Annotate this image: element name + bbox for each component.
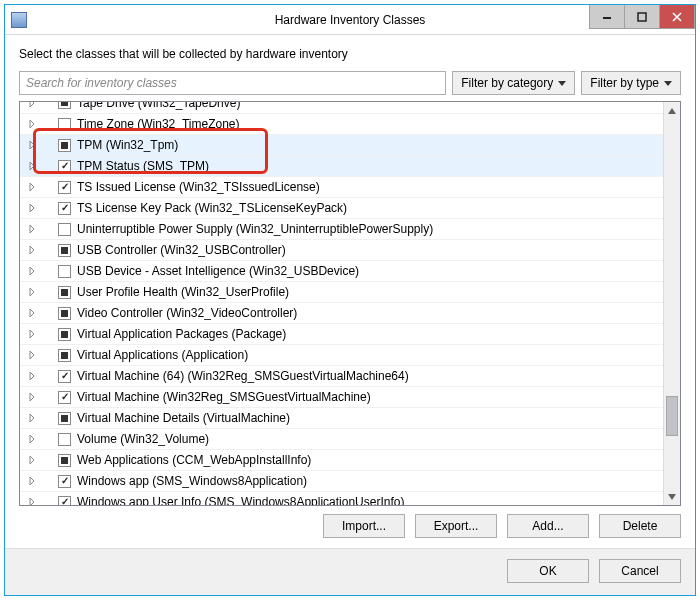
checkbox[interactable]	[58, 118, 71, 131]
tree-item-label: Windows app User Info (SMS_Windows8Appli…	[77, 495, 404, 505]
checkbox[interactable]	[58, 286, 71, 299]
import-button[interactable]: Import...	[323, 514, 405, 538]
tree-item[interactable]: Web Applications (CCM_WebAppInstallInfo)	[20, 449, 663, 470]
expand-icon[interactable]	[26, 433, 38, 445]
scroll-thumb[interactable]	[666, 396, 678, 436]
checkbox[interactable]	[58, 265, 71, 278]
checkbox[interactable]	[58, 139, 71, 152]
scroll-up-button[interactable]	[664, 102, 680, 119]
scroll-track[interactable]	[664, 119, 680, 488]
search-placeholder: Search for inventory classes	[26, 76, 177, 90]
maximize-button[interactable]	[624, 5, 660, 29]
expand-icon[interactable]	[26, 370, 38, 382]
expand-icon[interactable]	[26, 118, 38, 130]
tree-item-label: USB Device - Asset Intelligence (Win32_U…	[77, 264, 359, 278]
tree-item[interactable]: Virtual Machine Details (VirtualMachine)	[20, 407, 663, 428]
tree-item[interactable]: Virtual Applications (Application)	[20, 344, 663, 365]
checkbox[interactable]	[58, 454, 71, 467]
tree-item[interactable]: Virtual Application Packages (Package)	[20, 323, 663, 344]
tree-item[interactable]: User Profile Health (Win32_UserProfile)	[20, 281, 663, 302]
checkbox[interactable]	[58, 349, 71, 362]
svg-marker-14	[30, 309, 34, 317]
checkbox[interactable]	[58, 391, 71, 404]
titlebar[interactable]: Hardware Inventory Classes	[5, 5, 695, 35]
expand-icon[interactable]	[26, 307, 38, 319]
minimize-button[interactable]	[589, 5, 625, 29]
tree-list[interactable]: Tape Drive (Win32_TapeDrive)Time Zone (W…	[20, 102, 663, 505]
checkbox[interactable]	[58, 102, 71, 109]
tree-item[interactable]: TPM (Win32_Tpm)	[20, 134, 663, 155]
expand-icon[interactable]	[26, 391, 38, 403]
expand-icon[interactable]	[26, 139, 38, 151]
checkbox[interactable]	[58, 181, 71, 194]
svg-marker-11	[30, 246, 34, 254]
svg-marker-19	[30, 414, 34, 422]
expand-icon[interactable]	[26, 349, 38, 361]
checkbox[interactable]	[58, 307, 71, 320]
tree-item-label: TPM Status (SMS_TPM)	[77, 159, 209, 173]
checkbox[interactable]	[58, 223, 71, 236]
expand-icon[interactable]	[26, 265, 38, 277]
checkbox[interactable]	[58, 412, 71, 425]
expand-icon[interactable]	[26, 223, 38, 235]
svg-marker-12	[30, 267, 34, 275]
filter-category-button[interactable]: Filter by category	[452, 71, 575, 95]
checkbox[interactable]	[58, 244, 71, 257]
close-button[interactable]	[659, 5, 695, 29]
tree-item[interactable]: Tape Drive (Win32_TapeDrive)	[20, 102, 663, 113]
filter-category-label: Filter by category	[461, 76, 553, 90]
filter-type-button[interactable]: Filter by type	[581, 71, 681, 95]
cancel-button[interactable]: Cancel	[599, 559, 681, 583]
checkbox[interactable]	[58, 328, 71, 341]
search-input[interactable]: Search for inventory classes	[19, 71, 446, 95]
checkbox[interactable]	[58, 433, 71, 446]
expand-icon[interactable]	[26, 181, 38, 193]
svg-marker-21	[30, 456, 34, 464]
tree-item[interactable]: Time Zone (Win32_TimeZone)	[20, 113, 663, 134]
delete-button[interactable]: Delete	[599, 514, 681, 538]
expand-icon[interactable]	[26, 102, 38, 109]
expand-icon[interactable]	[26, 328, 38, 340]
svg-marker-13	[30, 288, 34, 296]
checkbox[interactable]	[58, 160, 71, 173]
tree-item[interactable]: TPM Status (SMS_TPM)	[20, 155, 663, 176]
expand-icon[interactable]	[26, 244, 38, 256]
export-button[interactable]: Export...	[415, 514, 497, 538]
tree-item[interactable]: USB Controller (Win32_USBController)	[20, 239, 663, 260]
expand-icon[interactable]	[26, 496, 38, 505]
tree-item-label: Uninterruptible Power Supply (Win32_Unin…	[77, 222, 433, 236]
tree-item[interactable]: Video Controller (Win32_VideoController)	[20, 302, 663, 323]
svg-marker-23	[30, 498, 34, 505]
ok-button[interactable]: OK	[507, 559, 589, 583]
expand-icon[interactable]	[26, 286, 38, 298]
expand-icon[interactable]	[26, 202, 38, 214]
checkbox[interactable]	[58, 202, 71, 215]
svg-marker-8	[30, 183, 34, 191]
action-row: Import... Export... Add... Delete	[19, 514, 681, 538]
tree-container: Tape Drive (Win32_TapeDrive)Time Zone (W…	[19, 101, 681, 506]
add-button[interactable]: Add...	[507, 514, 589, 538]
tree-item[interactable]: Volume (Win32_Volume)	[20, 428, 663, 449]
tree-item[interactable]: Windows app User Info (SMS_Windows8Appli…	[20, 491, 663, 505]
vertical-scrollbar[interactable]	[663, 102, 680, 505]
tree-item[interactable]: Windows app (SMS_Windows8Application)	[20, 470, 663, 491]
expand-icon[interactable]	[26, 160, 38, 172]
checkbox[interactable]	[58, 475, 71, 488]
tree-item[interactable]: TS License Key Pack (Win32_TSLicenseKeyP…	[20, 197, 663, 218]
close-icon	[672, 12, 682, 22]
expand-icon[interactable]	[26, 454, 38, 466]
tree-item[interactable]: USB Device - Asset Intelligence (Win32_U…	[20, 260, 663, 281]
checkbox[interactable]	[58, 370, 71, 383]
expand-icon[interactable]	[26, 412, 38, 424]
tree-item[interactable]: Virtual Machine (Win32Reg_SMSGuestVirtua…	[20, 386, 663, 407]
tree-item[interactable]: Virtual Machine (64) (Win32Reg_SMSGuestV…	[20, 365, 663, 386]
tree-item[interactable]: Uninterruptible Power Supply (Win32_Unin…	[20, 218, 663, 239]
scroll-down-button[interactable]	[664, 488, 680, 505]
svg-marker-20	[30, 435, 34, 443]
expand-icon[interactable]	[26, 475, 38, 487]
checkbox[interactable]	[58, 496, 71, 506]
svg-marker-22	[30, 477, 34, 485]
tree-item-label: User Profile Health (Win32_UserProfile)	[77, 285, 289, 299]
app-icon	[11, 12, 27, 28]
tree-item[interactable]: TS Issued License (Win32_TSIssuedLicense…	[20, 176, 663, 197]
